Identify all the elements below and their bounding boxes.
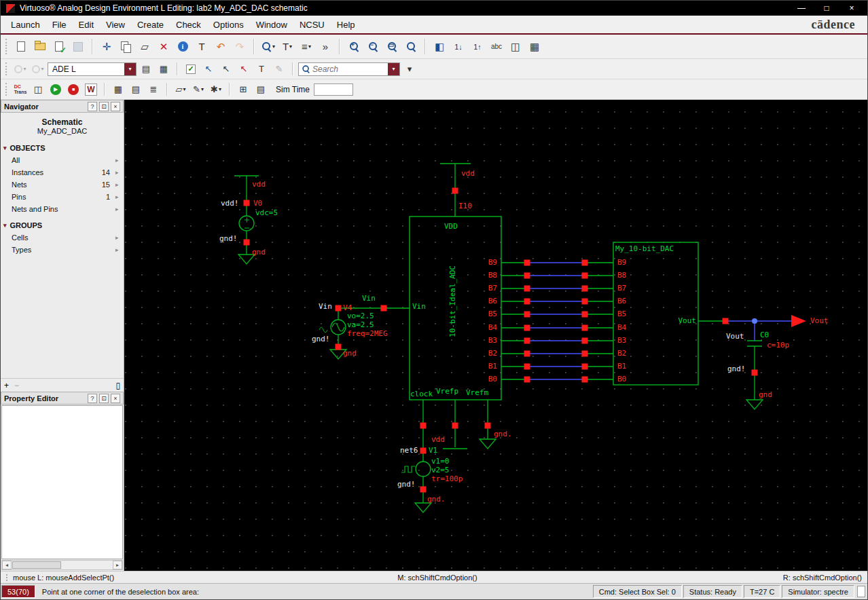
- v1-v2-property-label[interactable]: v2=5: [431, 466, 450, 474]
- save-icon[interactable]: [69, 38, 87, 56]
- adc-pin-b8-label[interactable]: B8: [477, 271, 497, 280]
- maximize-button[interactable]: □: [816, 3, 837, 13]
- waveform-window-icon[interactable]: W: [83, 82, 99, 97]
- search-options-dropdown[interactable]: ▾: [401, 62, 418, 77]
- results-report-icon[interactable]: ▤: [128, 82, 144, 97]
- v0-minus-terminal-label[interactable]: gnd!: [219, 234, 238, 243]
- workspace-layout-icon[interactable]: ▦: [156, 62, 172, 77]
- v0-vdc-property-label[interactable]: vdc=5: [255, 208, 278, 217]
- menu-edit[interactable]: Edit: [73, 17, 100, 33]
- menu-launch[interactable]: Launch: [5, 17, 46, 33]
- schematic-canvas[interactable]: vdd vdd! V0 vdc=5 gnd! gnd Vin Vin V4 vo…: [124, 100, 867, 571]
- scrollbar-thumb[interactable]: [12, 561, 61, 569]
- bus-wires[interactable]: [527, 263, 793, 379]
- v1-minus-terminal-label[interactable]: gnd!: [397, 480, 416, 489]
- dac-pin-b8-label[interactable]: B8: [617, 271, 626, 280]
- dac-pin-b9-label[interactable]: B9: [617, 258, 626, 267]
- adc-pin-b6-label[interactable]: B6: [477, 297, 497, 305]
- menu-window[interactable]: Window: [250, 17, 293, 33]
- panel-toggle-icon[interactable]: ▯: [115, 381, 120, 390]
- close-button[interactable]: ×: [842, 3, 862, 13]
- deselect-icon[interactable]: ↖: [236, 62, 252, 77]
- c0-value-label[interactable]: c=10p: [767, 341, 789, 350]
- adc-pin-b1-label[interactable]: B1: [477, 362, 497, 371]
- v0-net-gnd-label[interactable]: gnd: [252, 248, 266, 257]
- property-editor-header[interactable]: Property Editor ? ⊡ ×: [1, 392, 124, 405]
- search-input[interactable]: [312, 64, 386, 74]
- new-cellview-icon[interactable]: [12, 38, 30, 56]
- navigator-close-button[interactable]: ×: [111, 102, 120, 111]
- sim-time-input[interactable]: [314, 83, 353, 96]
- property-editor-close-button[interactable]: ×: [111, 394, 120, 403]
- checklist-icon[interactable]: ▤: [253, 82, 269, 97]
- c0-instance-label[interactable]: C0: [760, 331, 769, 339]
- property-editor-dock-button[interactable]: ⊡: [99, 394, 109, 403]
- objects-header[interactable]: ▾ OBJECTS: [1, 142, 124, 154]
- info-icon[interactable]: i: [174, 38, 192, 56]
- forward-icon[interactable]: ▾: [30, 62, 46, 77]
- property-editor-body[interactable]: [1, 405, 123, 559]
- vout-output-port[interactable]: [791, 315, 806, 327]
- vdc-source-v0[interactable]: [239, 216, 254, 231]
- menu-options[interactable]: Options: [207, 17, 250, 33]
- scroll-right-arrow[interactable]: ▸: [113, 561, 122, 569]
- setup-simulator-icon[interactable]: ◫: [30, 82, 46, 97]
- add-filter-button[interactable]: +: [4, 381, 9, 390]
- select-text-icon[interactable]: T: [253, 62, 270, 77]
- dac-pin-b0-label[interactable]: B0: [617, 375, 626, 383]
- remove-filter-button[interactable]: −: [14, 381, 19, 390]
- v1-instance-label[interactable]: V1: [429, 446, 437, 455]
- sidebar-item-pins[interactable]: Pins 1 ▸: [1, 191, 124, 203]
- delete-icon[interactable]: ✕: [155, 38, 173, 56]
- v1-net-gnd-label[interactable]: gnd.: [427, 495, 446, 504]
- adc-pin-b7-label[interactable]: B7: [477, 284, 497, 293]
- menu-check[interactable]: Check: [170, 17, 207, 33]
- redo-icon[interactable]: ↷: [231, 38, 249, 56]
- navigator-header[interactable]: Navigator ? ⊡ ×: [1, 100, 124, 113]
- horizontal-scrollbar[interactable]: ◂ ▸: [1, 560, 123, 570]
- sidebar-item-nets[interactable]: Nets 15 ▸: [1, 179, 124, 191]
- v4-vo-property-label[interactable]: vo=2.5: [347, 312, 374, 320]
- hierarchy-icon[interactable]: ◧: [431, 38, 448, 56]
- v4-plus-terminal-label[interactable]: Vin: [319, 302, 332, 311]
- dac-pin-vout-label[interactable]: Vout: [666, 316, 696, 325]
- v4-freq-property-label[interactable]: freq=2MEG: [347, 329, 388, 338]
- sidebar-item-all[interactable]: All ▸: [1, 154, 124, 166]
- adc-pin-vin-label[interactable]: Vin: [412, 302, 426, 311]
- workspace-save-icon[interactable]: ▤: [138, 62, 154, 77]
- adc-pin-b5-label[interactable]: B5: [477, 310, 497, 318]
- display-options-dropdown[interactable]: ≡▾: [297, 38, 315, 56]
- v1-net6-label[interactable]: net6: [400, 446, 418, 455]
- dac-pin-b7-label[interactable]: B7: [617, 284, 626, 293]
- annotate-dropdown[interactable]: ✎▾: [190, 82, 206, 97]
- snap-grid-icon[interactable]: ▦: [526, 38, 543, 56]
- zoom-selected-icon[interactable]: [402, 38, 420, 56]
- adc-pin-b4-label[interactable]: B4: [477, 323, 497, 332]
- netlist-dropdown[interactable]: ✱▾: [208, 82, 224, 97]
- dac-pin-b4-label[interactable]: B4: [617, 323, 626, 332]
- workspace-combo-dropdown[interactable]: ▾: [124, 63, 136, 75]
- wires[interactable]: [234, 164, 762, 503]
- vrefp-net-label[interactable]: vdd: [431, 435, 445, 444]
- plot-dropdown[interactable]: ▱▾: [173, 82, 189, 97]
- sidebar-item-nets-and-pins[interactable]: Nets and Pins ▸: [1, 203, 124, 215]
- vout-terminal-label[interactable]: Vout: [726, 332, 744, 341]
- simulation-log-icon[interactable]: ≣: [145, 82, 162, 97]
- navigator-dock-button[interactable]: ⊡: [99, 102, 109, 111]
- create-label-icon[interactable]: abc: [488, 38, 505, 56]
- move-icon[interactable]: ✛: [98, 38, 115, 56]
- search-box[interactable]: ▾: [298, 62, 400, 76]
- edit-properties-icon[interactable]: T: [193, 38, 211, 56]
- v0-net-vdd-label[interactable]: vdd: [252, 180, 266, 189]
- ascend-hierarchy-icon[interactable]: 1↑: [469, 38, 486, 56]
- v4-minus-terminal-label[interactable]: gnd!: [312, 335, 330, 343]
- v0-plus-terminal-label[interactable]: vdd!: [221, 199, 239, 208]
- sidebar-item-types[interactable]: Types ▸: [1, 244, 124, 256]
- dac-pin-b5-label[interactable]: B5: [617, 310, 626, 318]
- run-simulation-icon[interactable]: ▶: [48, 82, 64, 97]
- undo-icon[interactable]: ↶: [212, 38, 230, 56]
- v4-net-gnd-label[interactable]: gnd: [343, 349, 357, 358]
- v1-tr-property-label[interactable]: tr=100p: [431, 474, 463, 483]
- scroll-left-arrow[interactable]: ◂: [2, 561, 12, 569]
- adc-instance-label[interactable]: I10: [458, 202, 472, 210]
